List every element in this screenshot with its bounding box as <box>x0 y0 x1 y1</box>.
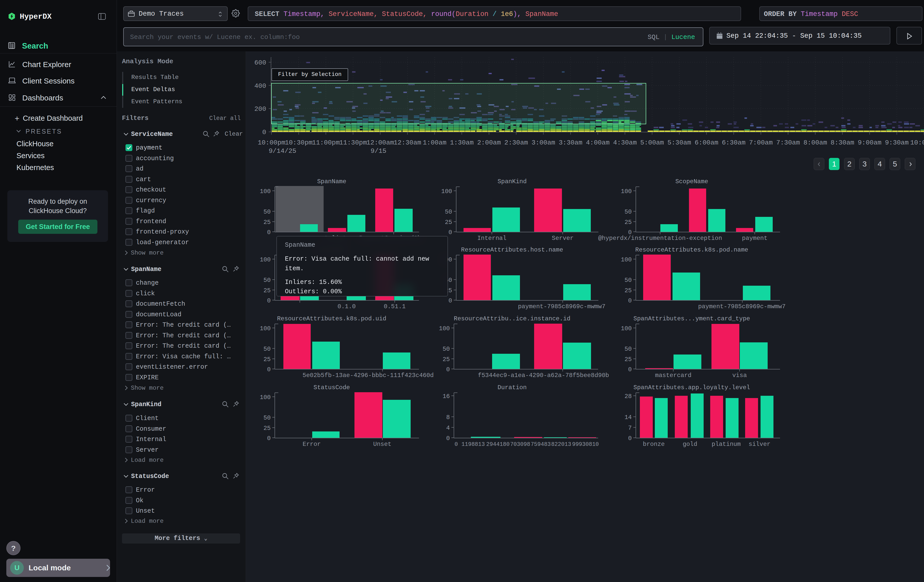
svg-text:SpanAttributes...yment.card_ty: SpanAttributes...yment.card_type <box>634 315 750 322</box>
svg-text:25: 25 <box>445 219 452 226</box>
svg-text:14: 14 <box>624 414 632 421</box>
svg-text:12:30am: 12:30am <box>394 139 421 147</box>
svg-text:0: 0 <box>267 229 271 236</box>
svg-text:2:30am: 2:30am <box>504 139 528 147</box>
svg-text:3:30am: 3:30am <box>559 139 582 147</box>
svg-text:10:00am: 10:00am <box>910 139 924 147</box>
svg-text:25: 25 <box>624 219 632 226</box>
svg-text:payment-7985c8969c-mwmw7: payment-7985c8969c-mwmw7 <box>518 303 606 310</box>
svg-text:silver: silver <box>749 441 771 448</box>
svg-text:0: 0 <box>262 129 266 136</box>
svg-text:2:00am: 2:00am <box>477 139 501 147</box>
svg-text:0: 0 <box>267 435 271 442</box>
svg-text:50: 50 <box>445 208 452 215</box>
svg-text:822013: 822013 <box>551 441 571 448</box>
svg-text:ResourceAttributes.k8s.pod.uid: ResourceAttributes.k8s.pod.uid <box>277 315 386 322</box>
svg-text:SpanName: SpanName <box>317 178 346 185</box>
svg-text:2944180: 2944180 <box>486 441 510 448</box>
svg-text:600: 600 <box>254 59 266 66</box>
svg-text:Duration: Duration <box>497 384 526 391</box>
svg-text:1:00am: 1:00am <box>423 139 447 147</box>
svg-text:50: 50 <box>624 277 632 284</box>
svg-text:100: 100 <box>621 188 632 195</box>
svg-text:12:00am: 12:00am <box>366 139 394 147</box>
svg-text:0: 0 <box>628 366 632 373</box>
svg-text:7:00am: 7:00am <box>749 139 773 147</box>
svg-text:4:00am: 4:00am <box>586 139 610 147</box>
svg-text:gold: gold <box>683 441 697 448</box>
svg-text:759483: 759483 <box>531 441 551 448</box>
svg-text:0: 0 <box>628 435 632 442</box>
svg-text:7: 7 <box>628 425 632 432</box>
svg-text:Unset: Unset <box>373 441 391 448</box>
svg-text:SpanKind: SpanKind <box>497 178 526 185</box>
svg-text:10:00pm: 10:00pm <box>257 139 285 147</box>
svg-text:mastercard: mastercard <box>655 372 691 379</box>
svg-text:100: 100 <box>260 325 271 332</box>
svg-text:100: 100 <box>441 188 452 195</box>
svg-text:ResourceAttributes.host.name: ResourceAttributes.host.name <box>461 246 563 253</box>
svg-text:9:30am: 9:30am <box>885 139 909 147</box>
svg-text:5e02b5fb-13ae-4296-bbbc-111f42: 5e02b5fb-13ae-4296-bbbc-111f423c460d <box>303 372 434 379</box>
svg-text:bronze: bronze <box>643 441 665 448</box>
svg-text:f5344ec9-a1ea-4290-a62a-78f5be: f5344ec9-a1ea-4290-a62a-78f5bee8d90b <box>478 372 609 379</box>
svg-text:99930810: 99930810 <box>572 441 599 448</box>
svg-text:4: 4 <box>446 425 450 432</box>
svg-text:0.1.0: 0.1.0 <box>338 303 356 310</box>
svg-text:6:00am: 6:00am <box>695 139 718 147</box>
svg-text:8:00am: 8:00am <box>803 139 827 147</box>
svg-text:100: 100 <box>439 325 450 332</box>
svg-text:StatusCode: StatusCode <box>314 384 350 391</box>
svg-text:25: 25 <box>263 219 271 226</box>
svg-text:0: 0 <box>454 441 458 448</box>
svg-text:11:30pm: 11:30pm <box>339 139 367 147</box>
svg-text:platinum: platinum <box>711 441 741 448</box>
svg-text:9/14/25: 9/14/25 <box>269 147 296 155</box>
svg-text:0: 0 <box>628 297 632 304</box>
svg-text:100: 100 <box>621 325 632 332</box>
svg-text:100: 100 <box>621 256 632 263</box>
svg-text:9:00am: 9:00am <box>858 139 881 147</box>
svg-text:100: 100 <box>260 256 271 263</box>
svg-text:1198813: 1198813 <box>462 441 485 448</box>
svg-text:703098: 703098 <box>510 441 530 448</box>
svg-text:200: 200 <box>254 105 266 113</box>
svg-text:50: 50 <box>624 346 632 353</box>
svg-text:Internal: Internal <box>477 235 506 242</box>
svg-text:1:30am: 1:30am <box>450 139 474 147</box>
svg-text:0: 0 <box>267 297 271 304</box>
svg-text:payment: payment <box>742 235 768 242</box>
svg-text:100: 100 <box>260 188 271 195</box>
svg-text:3:00am: 3:00am <box>531 139 555 147</box>
svg-text:SpanAttributes.app.loyalty.lev: SpanAttributes.app.loyalty.level <box>634 384 750 391</box>
svg-text:ResourceAttribu..ice.instance.: ResourceAttribu..ice.instance.id <box>454 315 571 322</box>
svg-text:@hyperdx/instrumentation-excep: @hyperdx/instrumentation-exception <box>598 235 722 242</box>
svg-text:0: 0 <box>446 366 450 373</box>
svg-text:visa: visa <box>732 372 747 379</box>
svg-text:ScopeName: ScopeName <box>675 178 708 185</box>
svg-text:5:30am: 5:30am <box>667 139 691 147</box>
svg-text:25: 25 <box>624 287 632 294</box>
svg-text:5:00am: 5:00am <box>640 139 664 147</box>
svg-text:Server: Server <box>552 235 574 242</box>
svg-text:4:30am: 4:30am <box>613 139 637 147</box>
svg-text:Error: Error <box>303 441 321 448</box>
svg-text:50: 50 <box>263 208 271 215</box>
svg-text:8: 8 <box>446 414 450 421</box>
svg-text:25: 25 <box>263 425 271 432</box>
svg-text:100: 100 <box>260 394 271 401</box>
svg-text:10:30pm: 10:30pm <box>285 139 312 147</box>
svg-text:9/15: 9/15 <box>371 147 386 155</box>
svg-text:25: 25 <box>263 287 271 294</box>
svg-text:400: 400 <box>254 82 266 90</box>
svg-text:0: 0 <box>449 229 452 236</box>
svg-text:payment-7985c8969c-mwmw7: payment-7985c8969c-mwmw7 <box>698 303 785 310</box>
svg-text:0: 0 <box>446 435 450 442</box>
svg-text:25: 25 <box>263 356 271 363</box>
svg-text:ResourceAttributes.k8s.pod.nam: ResourceAttributes.k8s.pod.name <box>635 246 748 253</box>
svg-text:8:30am: 8:30am <box>831 139 855 147</box>
svg-text:50: 50 <box>624 208 632 215</box>
svg-text:6:30am: 6:30am <box>722 139 746 147</box>
svg-text:25: 25 <box>442 356 450 363</box>
svg-text:50: 50 <box>263 346 271 353</box>
